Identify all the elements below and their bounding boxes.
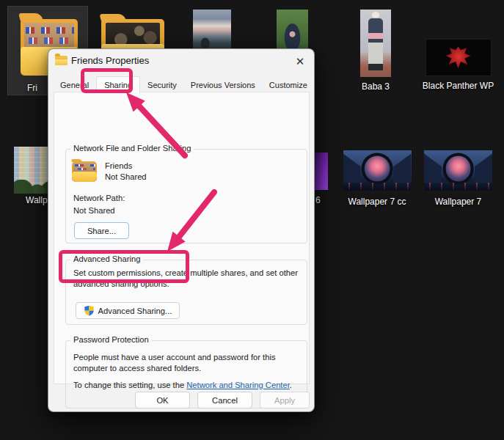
- share-button[interactable]: Share...: [74, 222, 129, 239]
- ok-button[interactable]: OK: [135, 392, 190, 408]
- network-path-label: Network Path:: [73, 194, 125, 202]
- uac-shield-icon: [84, 305, 95, 316]
- tab-security[interactable]: Security: [141, 78, 183, 92]
- advanced-sharing-group: Advanced Sharing Set custom permissions,…: [65, 260, 307, 325]
- cancel-button[interactable]: Cancel: [197, 392, 252, 408]
- desktop-label-friends: Fri: [27, 83, 37, 93]
- network-sharing-group: Network File and Folder Sharing Friends …: [65, 149, 307, 243]
- advanced-sharing-desc-line1: Set custom permissions, create multiple …: [73, 268, 298, 277]
- desktop-item-wallpaper-6[interactable]: [315, 153, 328, 190]
- baba3-thumbnail: [360, 10, 391, 77]
- folder-status-text: Not Shared: [105, 172, 147, 181]
- desktop-label-wallpaper-6: 6: [315, 195, 321, 205]
- password-text-line2: computer to access shared folders.: [73, 364, 201, 373]
- password-change-suffix: .: [290, 381, 292, 389]
- tab-strip: General Sharing Security Previous Versio…: [54, 76, 315, 92]
- advanced-sharing-button[interactable]: Advanced Sharing...: [76, 302, 180, 319]
- tab-sharing[interactable]: Sharing: [96, 76, 140, 93]
- sharing-tab-page: Network File and Folder Sharing Friends …: [54, 92, 310, 384]
- black-panther-thumbnail: [426, 39, 492, 76]
- desktop-label-wallpaper-7cc: Wallpaper 7 cc: [348, 197, 406, 207]
- desktop-item-wallpaper-7[interactable]: Wallpaper 7: [416, 150, 500, 207]
- tab-general[interactable]: General: [54, 78, 95, 92]
- password-change-line: To change this setting, use the Network …: [73, 381, 292, 389]
- network-path-value: Not Shared: [73, 206, 115, 215]
- apply-button[interactable]: Apply: [260, 392, 310, 408]
- panther-emblem-icon: [446, 47, 471, 69]
- password-text-line1: People must have a user account and pass…: [73, 353, 276, 362]
- desktop-item-wallpaper-7cc[interactable]: Wallpaper 7 cc: [334, 150, 420, 207]
- desktop-item-baba3[interactable]: Baba 3: [343, 10, 408, 92]
- tab-previous-versions[interactable]: Previous Versions: [184, 78, 262, 92]
- wallpaper7-thumbnail: [424, 150, 492, 191]
- close-button[interactable]: ✕: [291, 53, 310, 70]
- friends-properties-dialog: Friends Properties ✕ General Sharing Sec…: [48, 48, 315, 412]
- desktop-item-photo-mountain[interactable]: [193, 10, 231, 52]
- password-change-prefix: To change this setting, use the: [73, 381, 186, 389]
- password-protection-legend: Password Protection: [70, 335, 152, 344]
- desktop-label-black-panther: Black Panther WP: [423, 81, 494, 91]
- desktop-label-wallpaper-left: Wallp: [26, 195, 48, 205]
- close-icon: ✕: [296, 55, 305, 68]
- shared-folder-icon: [72, 159, 97, 183]
- network-sharing-legend: Network File and Folder Sharing: [70, 144, 194, 153]
- tab-customize[interactable]: Customize: [263, 78, 314, 92]
- desktop-label-baba3: Baba 3: [362, 81, 390, 92]
- folder-name-text: Friends: [105, 161, 132, 170]
- wallpaper7cc-thumbnail: [343, 150, 412, 191]
- advanced-sharing-legend: Advanced Sharing: [70, 254, 143, 263]
- advanced-sharing-button-label: Advanced Sharing...: [98, 307, 172, 315]
- desktop-item-photo-man[interactable]: [277, 10, 308, 52]
- dialog-title: Friends Properties: [71, 55, 149, 66]
- advanced-sharing-desc-line2: advanced sharing options.: [73, 279, 169, 288]
- network-sharing-center-link[interactable]: Network and Sharing Center: [186, 381, 290, 389]
- titlebar-folder-icon: [55, 56, 67, 65]
- desktop-item-black-panther[interactable]: Black Panther WP: [421, 39, 495, 91]
- desktop-label-wallpaper-7: Wallpaper 7: [435, 197, 482, 207]
